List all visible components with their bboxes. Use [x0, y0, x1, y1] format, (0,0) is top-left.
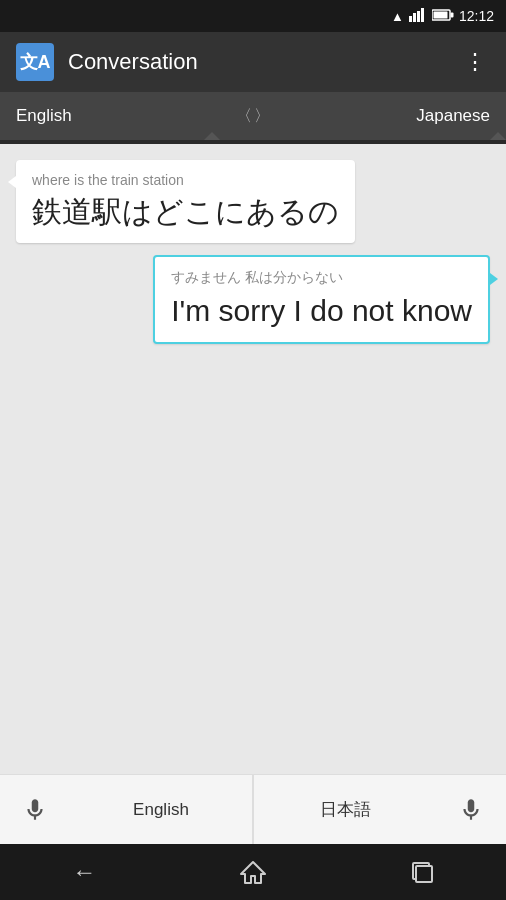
bubble-translated-text-right: I'm sorry I do not know [171, 291, 472, 330]
back-button[interactable]: ← [54, 852, 114, 892]
nav-bar: ← [0, 844, 506, 900]
svg-rect-0 [409, 16, 412, 22]
status-icons: ▲ 12:12 [391, 8, 494, 25]
app-logo: 文A [16, 43, 54, 81]
input-left-language[interactable]: English [70, 775, 253, 844]
input-bar: English 日本語 [0, 774, 506, 844]
conversation-area: where is the train station 鉄道駅はどこにあるの すみ… [0, 144, 506, 774]
target-language-button[interactable]: Japanese [278, 92, 506, 140]
logo-text: 文A [20, 53, 51, 71]
status-time: 12:12 [459, 8, 494, 24]
bubble-original-text-left: where is the train station [32, 172, 339, 188]
home-icon [239, 858, 267, 886]
svg-rect-3 [421, 8, 424, 22]
right-mic-button[interactable] [436, 775, 506, 844]
svg-rect-6 [433, 11, 447, 18]
wifi-icon: ▲ [391, 9, 404, 24]
conversation-bubble-left[interactable]: where is the train station 鉄道駅はどこにあるの [16, 160, 355, 243]
input-left-language-label: English [133, 800, 189, 820]
battery-icon [432, 9, 454, 24]
input-right-language-label: 日本語 [320, 798, 371, 821]
left-mic-icon [22, 797, 48, 823]
swap-left-chevron: 〈 [236, 106, 252, 127]
source-language-button[interactable]: English [0, 92, 228, 140]
back-icon: ← [72, 858, 96, 886]
swap-languages-button[interactable]: 〈 〉 [228, 106, 278, 127]
source-language-label: English [16, 106, 72, 126]
svg-rect-2 [417, 11, 420, 22]
bubble-translated-text-left: 鉄道駅はどこにあるの [32, 192, 339, 231]
conversation-bubble-right[interactable]: すみません 私は分からない I'm sorry I do not know [153, 255, 490, 344]
svg-rect-9 [416, 866, 432, 882]
svg-rect-1 [413, 13, 416, 22]
input-right-language[interactable]: 日本語 [253, 775, 436, 844]
app-bar: 文A Conversation ⋮ [0, 32, 506, 92]
right-mic-icon [458, 797, 484, 823]
bubble-original-text-right: すみません 私は分からない [171, 269, 472, 287]
recents-icon [409, 859, 435, 885]
target-lang-arrow [490, 132, 506, 140]
language-bar: English 〈 〉 Japanese [0, 92, 506, 140]
signal-icon [409, 8, 427, 25]
source-lang-arrow [204, 132, 220, 140]
overflow-menu-icon[interactable]: ⋮ [460, 45, 490, 79]
swap-right-chevron: 〉 [254, 106, 270, 127]
svg-rect-5 [450, 12, 453, 17]
home-button[interactable] [223, 852, 283, 892]
svg-marker-7 [241, 862, 265, 883]
app-title: Conversation [68, 49, 460, 75]
left-mic-button[interactable] [0, 775, 70, 844]
target-language-label: Japanese [416, 106, 490, 126]
status-bar: ▲ 12:12 [0, 0, 506, 32]
recents-button[interactable] [392, 852, 452, 892]
